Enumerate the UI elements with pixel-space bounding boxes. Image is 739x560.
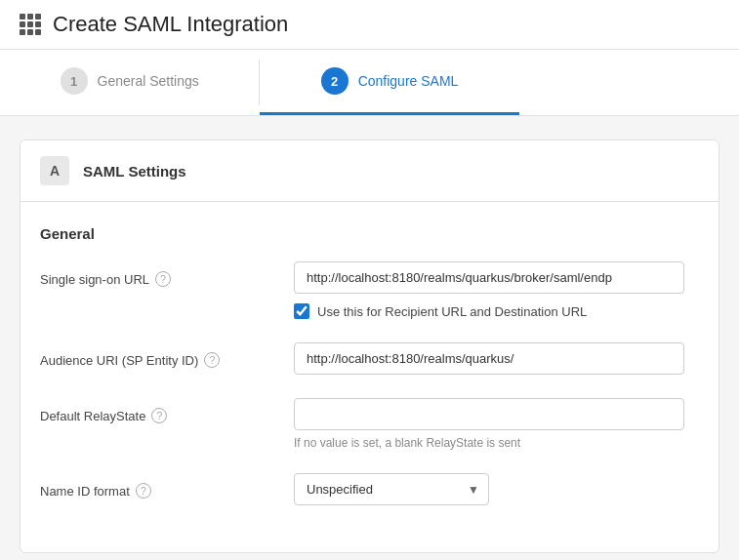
name-id-format-label-col: Name ID format ?: [40, 473, 274, 499]
relay-state-helper-text: If no value is set, a blank RelayState i…: [294, 436, 699, 450]
apps-icon[interactable]: [20, 14, 41, 35]
step-configure-saml[interactable]: 2 Configure SAML: [260, 50, 518, 115]
section-letter: A: [40, 156, 69, 185]
single-sign-on-url-input[interactable]: [294, 261, 684, 294]
name-id-format-help-icon[interactable]: ?: [136, 483, 151, 499]
audience-uri-help-icon[interactable]: ?: [204, 352, 220, 368]
relay-state-help-icon[interactable]: ?: [151, 408, 167, 423]
audience-uri-input[interactable]: [294, 342, 684, 375]
audience-uri-row: Audience URI (SP Entity ID) ?: [40, 342, 699, 375]
step-1-circle: 1: [61, 67, 88, 95]
audience-uri-label: Audience URI (SP Entity ID): [40, 353, 198, 368]
step-1-label: General Settings: [98, 73, 199, 89]
single-sign-on-url-help-icon[interactable]: ?: [155, 271, 171, 287]
stepper-bar: 1 General Settings 2 Configure SAML: [0, 50, 739, 116]
audience-uri-label-col: Audience URI (SP Entity ID) ?: [40, 342, 274, 368]
general-heading: General: [40, 225, 699, 242]
recipient-url-checkbox[interactable]: [294, 303, 309, 319]
step-2-label: Configure SAML: [358, 73, 459, 89]
name-id-format-row: Name ID format ? Unspecified EmailAddres…: [40, 473, 699, 505]
top-bar: Create SAML Integration: [0, 0, 739, 50]
name-id-format-label: Name ID format: [40, 484, 130, 499]
single-sign-on-url-row: Single sign-on URL ? Use this for Recipi…: [40, 261, 699, 319]
step-2-circle: 2: [321, 67, 349, 95]
card-header: A SAML Settings: [21, 140, 718, 202]
name-id-format-select-wrapper: Unspecified EmailAddress Persistent Tran…: [294, 473, 489, 505]
recipient-url-checkbox-row: Use this for Recipient URL and Destinati…: [294, 303, 699, 319]
main-content: A SAML Settings General Single sign-on U…: [0, 116, 739, 560]
relay-state-label-col: Default RelayState ?: [40, 398, 274, 423]
relay-state-input-col: If no value is set, a blank RelayState i…: [294, 398, 699, 450]
relay-state-input[interactable]: [294, 398, 684, 430]
recipient-url-label: Use this for Recipient URL and Destinati…: [317, 304, 587, 319]
card-body: General Single sign-on URL ? Use this fo…: [21, 202, 718, 552]
relay-state-label: Default RelayState: [40, 409, 145, 423]
single-sign-on-url-label-col: Single sign-on URL ?: [40, 261, 274, 287]
relay-state-row: Default RelayState ? If no value is set,…: [40, 398, 699, 450]
name-id-format-input-col: Unspecified EmailAddress Persistent Tran…: [294, 473, 699, 505]
step-general-settings[interactable]: 1 General Settings: [0, 50, 259, 115]
audience-uri-input-col: [294, 342, 699, 375]
single-sign-on-url-label: Single sign-on URL: [40, 272, 149, 287]
name-id-format-select[interactable]: Unspecified EmailAddress Persistent Tran…: [294, 473, 489, 505]
page-title: Create SAML Integration: [53, 12, 288, 37]
card-header-title: SAML Settings: [83, 163, 186, 180]
step-spacer: [519, 50, 739, 115]
saml-settings-card: A SAML Settings General Single sign-on U…: [20, 140, 719, 553]
single-sign-on-url-input-col: Use this for Recipient URL and Destinati…: [294, 261, 699, 319]
